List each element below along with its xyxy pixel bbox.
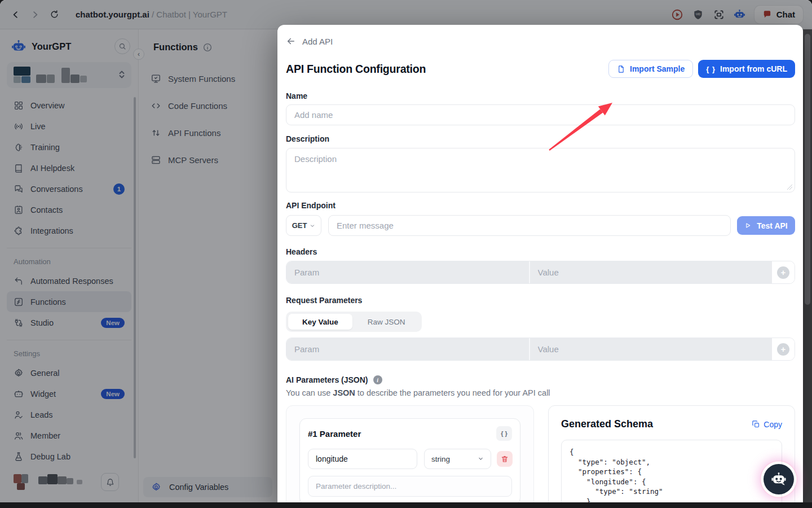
header-value-cell — [530, 261, 773, 283]
value-cell — [530, 338, 773, 360]
method-select[interactable]: GET — [286, 215, 321, 236]
braces-icon: { } — [706, 65, 716, 73]
tab-key-value[interactable]: Key Value — [288, 314, 352, 330]
import-sample-button[interactable]: Import Sample — [608, 60, 693, 78]
schema-code-line: "properties": { — [570, 467, 774, 477]
plus-icon: + — [777, 266, 789, 279]
param-input[interactable] — [286, 344, 529, 354]
header-param-cell — [286, 261, 529, 283]
parameter-name-input[interactable] — [308, 449, 417, 469]
trash-icon — [501, 455, 509, 463]
info-icon[interactable]: i — [373, 375, 382, 384]
page-scrollbar[interactable] — [803, 29, 812, 502]
chevron-down-icon — [310, 223, 315, 229]
endpoint-input[interactable] — [328, 215, 731, 236]
copy-icon — [752, 420, 760, 428]
tab-raw-json[interactable]: Raw JSON — [354, 314, 420, 330]
parameter-json-button[interactable]: { } — [496, 426, 512, 441]
chat-widget-glow — [760, 461, 797, 498]
header-value-input[interactable] — [530, 268, 773, 277]
ai-parameters-hint: You can use JSON to describe the paramet… — [286, 388, 795, 397]
add-param-button[interactable]: + — [772, 338, 795, 360]
back-to-list[interactable]: Add API — [286, 36, 795, 46]
value-input[interactable] — [530, 344, 773, 354]
ai-parameters-label: AI Parameters (JSON) — [286, 375, 368, 384]
play-icon — [744, 222, 752, 229]
parameter-card-title: #1 Parameter — [308, 429, 361, 439]
headers-row: + — [286, 261, 795, 284]
parameter-card: #1 Parameter { } string — [299, 418, 520, 502]
copy-schema-button[interactable]: Copy — [752, 420, 782, 429]
robot-face-icon — [770, 470, 788, 488]
schema-code-line: "type": "string" — [570, 487, 774, 497]
parameter-description-input[interactable] — [308, 476, 512, 497]
resize-handle[interactable] — [787, 184, 792, 190]
add-header-button[interactable]: + — [772, 261, 795, 283]
document-icon — [617, 65, 625, 73]
schema-code-line: "longitude": { — [570, 477, 774, 487]
request-params-row: + — [286, 338, 795, 361]
modal-title: API Function Configuration — [286, 63, 426, 76]
schema-code-line: }, — [570, 497, 774, 503]
schema-code-line: "type": "object", — [570, 457, 774, 467]
schema-code-block: { "type": "object", "properties": { "lon… — [561, 440, 782, 502]
chevron-down-icon — [478, 455, 484, 463]
test-api-button[interactable]: Test API — [737, 216, 795, 235]
parameters-container: #1 Parameter { } string — [286, 405, 534, 502]
annotation-arrow — [529, 95, 619, 157]
screen: chatbot.yourgpt.ai / Chatbot | YourGPT U… — [0, 0, 812, 508]
request-params-tabs: Key Value Raw JSON — [286, 312, 422, 332]
browser-window: chatbot.yourgpt.ai / Chatbot | YourGPT U… — [0, 0, 812, 502]
arrow-left-icon — [286, 36, 296, 46]
endpoint-label: API Endpoint — [286, 201, 795, 210]
request-parameters-label: Request Parameters — [286, 296, 795, 305]
page-scrollbar-thumb[interactable] — [805, 34, 810, 305]
generated-schema-card: Generated Schema Copy { "type": "object"… — [548, 405, 795, 502]
headers-label: Headers — [286, 247, 795, 256]
header-param-input[interactable] — [286, 268, 529, 277]
import-curl-button[interactable]: { } Import from cURL — [698, 60, 795, 78]
plus-icon: + — [777, 343, 789, 356]
param-cell — [286, 338, 529, 360]
back-label: Add API — [302, 37, 333, 46]
schema-code-line: { — [570, 447, 774, 457]
generated-schema-title: Generated Schema — [561, 418, 653, 430]
parameter-type-select[interactable]: string — [424, 449, 491, 469]
chat-widget-button[interactable] — [764, 464, 794, 494]
delete-parameter-button[interactable] — [497, 451, 513, 467]
